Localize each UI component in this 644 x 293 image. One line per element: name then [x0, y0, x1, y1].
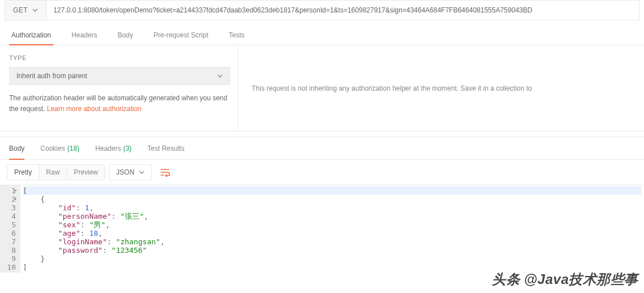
code-line: "sex": "男",	[23, 220, 642, 229]
code-line: [	[23, 186, 642, 195]
auth-help-text: The authorization header will be automat…	[9, 93, 228, 114]
line-number: 10	[2, 263, 16, 271]
pretty-button[interactable]: Pretty	[7, 165, 39, 180]
auth-config-panel: TYPE Inherit auth from parent The author…	[0, 45, 238, 131]
auth-type-value: Inherit auth from parent	[16, 72, 87, 80]
auth-learn-more-link[interactable]: Learn more about authorization	[47, 105, 142, 113]
cookies-count-badge: (18)	[67, 145, 79, 152]
resp-tab-headers[interactable]: Headers (3)	[95, 137, 132, 159]
code-line: "password": "123456"	[23, 246, 642, 254]
tab-authorization[interactable]: Authorization	[9, 25, 53, 45]
resp-tab-test-results[interactable]: Test Results	[147, 137, 184, 159]
response-body-viewer: 1 2 3 4 5 6 7 8 9 10 [ { "id": 1, "perso…	[0, 185, 644, 273]
watermark-text: 头条 @Java技术那些事	[492, 270, 638, 288]
line-number: 7	[2, 237, 16, 246]
headers-count-badge: (3)	[123, 145, 132, 152]
url-input[interactable]	[46, 0, 639, 20]
view-mode-group: Pretty Raw Preview	[7, 164, 105, 180]
resp-tab-body[interactable]: Body	[9, 137, 24, 159]
http-method-dropdown[interactable]: GET	[5, 0, 46, 20]
body-toolbar: Pretty Raw Preview JSON	[0, 160, 644, 185]
line-number[interactable]: 2	[2, 195, 16, 203]
raw-button[interactable]: Raw	[39, 165, 67, 180]
format-dropdown[interactable]: JSON	[109, 164, 152, 180]
code-line: "id": 1,	[23, 203, 642, 212]
http-method-label: GET	[13, 6, 28, 14]
auth-type-dropdown[interactable]: Inherit auth from parent	[9, 67, 230, 85]
tab-prerequest[interactable]: Pre-request Script	[151, 25, 211, 45]
code-content[interactable]: [ { "id": 1, "personName": "張三", "sex": …	[20, 185, 644, 273]
resp-tab-cookies[interactable]: Cookies (18)	[40, 137, 79, 159]
code-line: "loginName": "zhangsan",	[23, 237, 642, 246]
code-line: }	[23, 254, 642, 263]
auth-inherit-message: This request is not inheriting any autho…	[238, 45, 644, 131]
request-tabs: Authorization Headers Body Pre-request S…	[0, 25, 644, 45]
code-line: "personName": "張三",	[23, 212, 642, 220]
line-number[interactable]: 1	[2, 186, 16, 195]
line-number: 5	[2, 220, 16, 229]
preview-button[interactable]: Preview	[67, 165, 105, 180]
code-line: {	[23, 195, 642, 203]
line-number: 6	[2, 229, 16, 237]
wrap-lines-button[interactable]	[155, 165, 176, 179]
chevron-down-icon	[32, 7, 38, 13]
chevron-down-icon	[139, 169, 145, 175]
format-label: JSON	[116, 168, 134, 176]
line-gutter: 1 2 3 4 5 6 7 8 9 10	[0, 185, 20, 273]
tab-headers[interactable]: Headers	[69, 25, 99, 45]
code-line: "age": 18,	[23, 229, 642, 237]
chevron-down-icon	[217, 73, 223, 79]
line-number: 4	[2, 212, 16, 220]
line-number: 3	[2, 203, 16, 212]
tab-tests[interactable]: Tests	[226, 25, 247, 45]
line-number: 9	[2, 254, 16, 263]
tab-body[interactable]: Body	[115, 25, 135, 45]
response-tabs: Body Cookies (18) Headers (3) Test Resul…	[0, 137, 644, 160]
auth-type-label: TYPE	[9, 54, 228, 61]
divider	[0, 131, 644, 137]
line-number: 8	[2, 246, 16, 254]
